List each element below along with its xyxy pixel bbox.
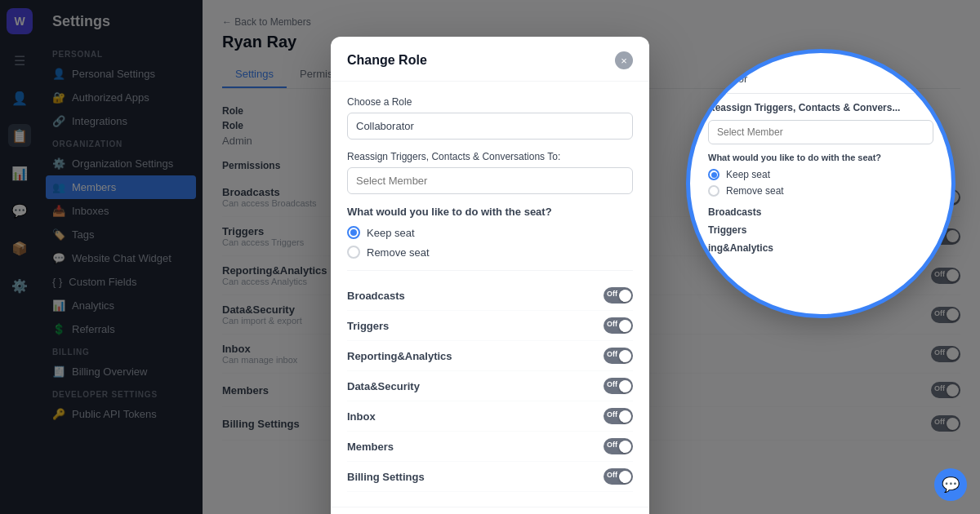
zoom-seat-label: What would you like to do with the seat? [708, 153, 933, 162]
zoom-perm-broadcasts: Broadcasts [708, 206, 933, 218]
keep-seat-label: Keep seat [367, 227, 415, 239]
reassign-label: Reassign Triggers, Contacts & Conversati… [347, 151, 633, 162]
remove-seat-radio[interactable] [347, 246, 360, 259]
permissions-section: Broadcasts Off Triggers Off Reporting&An… [347, 270, 633, 492]
modal-header: Change Role × [331, 37, 649, 82]
modal-footer: Cancel Change Role [331, 507, 649, 514]
zoom-perm-triggers: Triggers [708, 224, 933, 236]
zoom-circle: aborator Reassign Triggers, Contacts & C… [686, 49, 956, 318]
zoom-select-member-input[interactable] [708, 120, 933, 144]
zoom-remove-seat-radio[interactable] [708, 185, 719, 197]
seat-question: What would you like to do with the seat? [347, 206, 633, 218]
choose-role-label: Choose a Role [347, 96, 633, 108]
zoom-keep-seat-radio[interactable] [708, 169, 719, 180]
role-input[interactable] [347, 113, 633, 140]
modal-toggle-billing[interactable]: Off [604, 468, 633, 485]
chat-bubble-icon: 💬 [942, 476, 960, 494]
remove-seat-option[interactable]: Remove seat [347, 246, 633, 259]
modal-perm-billing: Billing Settings Off [347, 462, 633, 492]
zoom-remove-seat-option[interactable]: Remove seat [708, 185, 933, 197]
modal-close-button[interactable]: × [615, 51, 633, 69]
modal-toggle-triggers[interactable]: Off [604, 317, 633, 334]
zoom-perm-reporting: ing&Analytics [708, 242, 933, 254]
keep-seat-option[interactable]: Keep seat [347, 226, 633, 239]
modal-body: Choose a Role Reassign Triggers, Contact… [331, 82, 649, 507]
chat-bubble[interactable]: 💬 [934, 468, 967, 501]
zoom-section-head: Reassign Triggers, Contacts & Convers... [708, 102, 933, 113]
remove-seat-label: Remove seat [367, 246, 430, 259]
modal-perm-reporting: Reporting&Analytics Off [347, 341, 633, 371]
modal-perm-members: Members Off [347, 432, 633, 462]
modal-toggle-data[interactable]: Off [604, 378, 633, 394]
modal-toggle-broadcasts[interactable]: Off [604, 287, 633, 304]
modal-title: Change Role [347, 53, 427, 68]
keep-seat-radio[interactable] [347, 226, 360, 239]
change-role-modal: Change Role × Choose a Role Reassign Tri… [331, 37, 649, 514]
zoom-keep-seat-label: Keep seat [726, 169, 770, 180]
modal-perm-broadcasts: Broadcasts Off [347, 281, 633, 311]
modal-perm-triggers: Triggers Off [347, 311, 633, 341]
zoom-top-text: aborator [708, 73, 933, 94]
modal-perm-inbox: Inbox Off [347, 401, 633, 432]
zoom-keep-seat-option[interactable]: Keep seat [708, 169, 933, 180]
seat-radio-group: Keep seat Remove seat [347, 226, 633, 259]
modal-toggle-members[interactable]: Off [604, 438, 633, 454]
zoom-content: aborator Reassign Triggers, Contacts & C… [690, 53, 951, 314]
modal-toggle-inbox[interactable]: Off [604, 408, 633, 424]
modal-perm-data: Data&Security Off [347, 371, 633, 401]
zoom-remove-seat-label: Remove seat [726, 185, 784, 197]
select-member-input[interactable] [347, 167, 633, 194]
modal-toggle-reporting[interactable]: Off [604, 348, 633, 364]
